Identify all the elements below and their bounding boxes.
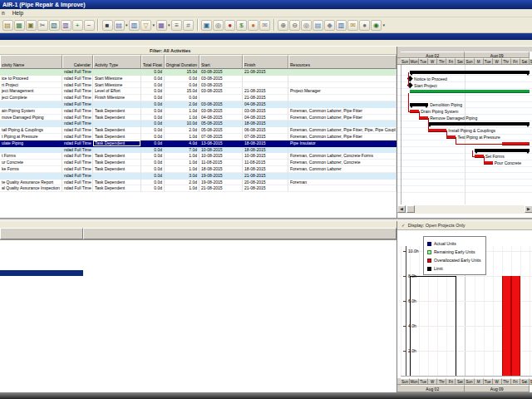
gantt-bar-label: Demolition Piping: [430, 102, 462, 107]
gantt-horizontal-scrollbar[interactable]: ◀ ▶: [397, 204, 532, 214]
child-window-titlebar[interactable]: [0, 33, 532, 40]
gantt-bar-task[interactable]: [475, 155, 484, 158]
split-horizontal-icon[interactable]: ▤: [313, 20, 323, 31]
table-row[interactable]: ndad Full Time0.0d3.0d19-08-201521-08-20…: [0, 173, 397, 180]
table-row[interactable]: t Piping at Pressurendad Full TimeTask D…: [0, 134, 397, 140]
column-header-calendar[interactable]: Calendar: [62, 55, 93, 69]
open-project-icon[interactable]: ▤: [2, 20, 13, 31]
table-row[interactable]: te Quality Assurance Reportndad Full Tim…: [0, 180, 397, 186]
gantt-bar-summary[interactable]: [410, 71, 530, 74]
table-row[interactable]: ur Concretendad Full TimeTask Dependent0…: [0, 160, 397, 166]
zoom-out-icon[interactable]: ⊖: [289, 20, 300, 31]
overallocated-units-bar[interactable]: [511, 276, 520, 376]
table-row[interactable]: ice to Proceedndad Full TimeStart Milest…: [0, 76, 397, 82]
table-row[interactable]: ndad Full Time0.0d10.0d05-08-201518-08-2…: [0, 121, 397, 127]
window-titlebar[interactable]: AIR-1 (Pipe Repair & Improve): [0, 0, 532, 9]
gantt-bar-summary[interactable]: [475, 149, 530, 152]
delete-activity-icon[interactable]: −: [84, 20, 95, 31]
bottom-left-header-cell-1[interactable]: [0, 228, 83, 239]
relationship-line: [428, 118, 429, 131]
column-header-name[interactable]: ctivity Name: [0, 55, 62, 69]
resources-icon[interactable]: ●: [248, 20, 259, 31]
table-row[interactable]: ain Piping Systemndad Full TimeTask Depe…: [0, 108, 397, 115]
dropdown-arrow-icon[interactable]: ▾: [126, 22, 128, 27]
cell-start: 18-08-2015: [200, 166, 243, 173]
table-row[interactable]: al Quality Assurance Inspectionndad Full…: [0, 185, 397, 192]
dropdown-arrow-icon[interactable]: ▾: [153, 22, 155, 27]
cell-resources: [288, 121, 397, 127]
cut-icon[interactable]: ✂: [37, 20, 48, 31]
cell-start: 03-08-2015: [200, 88, 243, 95]
menu-item-partial[interactable]: n: [2, 9, 5, 17]
column-header-finish[interactable]: Finish: [243, 55, 288, 69]
table-row[interactable]: ulate Pipingndad Full TimeTask Dependent…: [0, 140, 397, 147]
column-header-total_float[interactable]: Total Float: [141, 55, 165, 69]
activity-details-icon[interactable]: ▤: [114, 20, 125, 31]
scrollbar-thumb[interactable]: [406, 205, 415, 213]
table-row[interactable]: ndad Full Time0.0d2.0d03-08-201504-08-20…: [0, 101, 397, 108]
zoom-in-icon[interactable]: ⊕: [278, 20, 288, 31]
group-sort-icon[interactable]: ▦: [156, 20, 167, 31]
table-row[interactable]: ject Completendad Full TimeFinish Milest…: [0, 95, 397, 101]
gantt-bar-task[interactable]: [419, 116, 428, 120]
schedule-icon[interactable]: ▣: [201, 20, 212, 31]
find-icon[interactable]: ◎: [213, 20, 224, 31]
gantt-bar-task[interactable]: [446, 135, 456, 139]
scroll-left-button[interactable]: ◀: [397, 205, 406, 213]
table-row[interactable]: tall Piping & Couplingsndad Full TimeTas…: [0, 127, 397, 134]
relationship-line: [408, 79, 410, 80]
table-row[interactable]: t Formsndad Full TimeTask Dependent0.0d1…: [0, 153, 397, 160]
cell-total_float: 0.0d: [141, 127, 165, 134]
gantt-bar-task[interactable]: [410, 110, 419, 113]
display-options-bar[interactable]: ✓ Display: Open Projects Only: [397, 221, 532, 230]
mail-icon[interactable]: ✉: [259, 20, 270, 31]
table-row[interactable]: ndad Full Time0.0d7.0d10-08-201518-08-20…: [0, 147, 397, 154]
filter-bar[interactable]: Filter: All Activities: [0, 47, 397, 55]
table-row[interactable]: ke Formsndad Full TimeTask Dependent0.0d…: [0, 166, 397, 173]
gantt-bar-summary[interactable]: [428, 122, 530, 126]
menu-item-help[interactable]: Help: [12, 9, 23, 17]
summary-cap-left: [410, 106, 413, 108]
add-activity-icon[interactable]: +: [72, 20, 83, 31]
line-numbers-icon[interactable]: #: [183, 20, 194, 31]
cell-total_float: 0.0d: [141, 134, 165, 140]
table-row[interactable]: ject Managementndad Full TimeLevel of Ef…: [0, 88, 397, 95]
columns-icon[interactable]: ▥: [129, 20, 140, 31]
overallocated-units-bar[interactable]: [502, 276, 511, 376]
cell-original_duration: 15.0d: [165, 69, 200, 76]
filter-icon[interactable]: ▽: [140, 20, 151, 31]
gantt-bar-task[interactable]: [502, 142, 530, 145]
print-preview-icon[interactable]: ▣: [26, 20, 37, 31]
gantt-chart-icon[interactable]: ■: [102, 20, 113, 31]
selected-resource-row[interactable]: [0, 270, 83, 276]
table-row[interactable]: rt Projectndad Full TimeStart Milestone0…: [0, 82, 397, 89]
options-icon[interactable]: ◆: [324, 20, 335, 31]
cell-resources: Foreman, Common Laborer, Concrete Forms: [288, 153, 397, 160]
column-header-original_duration[interactable]: Original Duration: [165, 55, 200, 69]
bottom-left-header-cell-2[interactable]: [83, 228, 397, 239]
column-header-start[interactable]: Start: [200, 55, 243, 69]
gantt-bar-task[interactable]: [484, 161, 493, 165]
web-icon[interactable]: ◉: [371, 20, 382, 31]
copy-icon[interactable]: ▧: [49, 20, 60, 31]
gantt-bar-loe[interactable]: [410, 90, 530, 93]
zoom-window-icon[interactable]: ◎: [301, 20, 312, 31]
refresh-icon[interactable]: ●: [359, 20, 370, 31]
currency-icon[interactable]: $: [236, 20, 247, 31]
comments-icon[interactable]: ✉: [347, 20, 358, 31]
table-row[interactable]: ndad Full Time0.0d15.0d03-08-201521-08-2…: [0, 69, 397, 76]
dropdown-arrow-icon[interactable]: ▾: [383, 22, 386, 27]
day-header: Sun: [465, 58, 474, 65]
gantt-bar-task[interactable]: [428, 129, 446, 132]
layout-columns-icon[interactable]: ▥: [336, 20, 347, 31]
column-header-activity_type[interactable]: Activity Type: [93, 55, 141, 69]
table-row[interactable]: move Damaged Pipingndad Full TimeTask De…: [0, 115, 397, 121]
progress-spotlight-icon[interactable]: ●: [224, 20, 235, 31]
summary-cap-right: [425, 106, 428, 108]
print-icon[interactable]: ▦: [14, 20, 25, 31]
dropdown-arrow-icon[interactable]: ▾: [168, 22, 170, 27]
scroll-right-button[interactable]: ▶: [525, 205, 532, 213]
column-header-resources[interactable]: Resources: [288, 55, 397, 69]
paste-icon[interactable]: ▥: [61, 20, 71, 31]
relationship-lines-icon[interactable]: ≡: [171, 20, 182, 31]
